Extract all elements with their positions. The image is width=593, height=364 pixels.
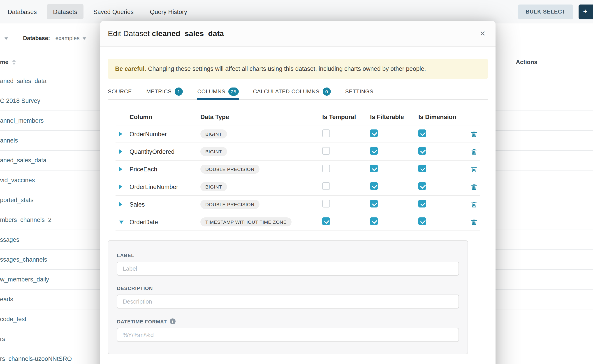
tab-columns[interactable]: COLUMNS 25 [198, 84, 239, 99]
expand-toggle[interactable] [116, 202, 126, 207]
is-temporal-checkbox[interactable] [322, 217, 330, 225]
label-input[interactable] [117, 262, 459, 276]
is-filterable-cell [370, 130, 418, 138]
actions-column-header: Actions [516, 59, 537, 65]
warning-text: Changing these settings will affect all … [148, 65, 426, 72]
is-filterable-checkbox[interactable] [370, 182, 378, 190]
expand-toggle[interactable] [116, 184, 126, 189]
tab-source[interactable]: SOURCE [108, 84, 132, 99]
is-temporal-checkbox[interactable] [322, 130, 330, 137]
dataset-name-link[interactable]: annels [0, 137, 18, 144]
is-filterable-checkbox[interactable] [370, 217, 378, 225]
is-dimension-checkbox[interactable] [418, 217, 426, 225]
column-detail-panel: LABEL DESCRIPTION DATETIME FORMAT i [108, 240, 468, 354]
column-data-type-cell: TIMESTAMP WITHOUT TIME ZONE [200, 217, 322, 227]
is-dimension-checkbox[interactable] [418, 182, 426, 190]
data-type-header: Data Type [200, 113, 322, 120]
dataset-name-link[interactable]: vid_vaccines [0, 177, 35, 184]
dataset-name-link[interactable]: mbers_channels_2 [0, 216, 52, 223]
datetime-format-input[interactable] [117, 328, 459, 342]
is-temporal-checkbox[interactable] [322, 200, 330, 208]
data-type-pill: BIGINT [200, 130, 227, 138]
is-filterable-checkbox[interactable] [370, 147, 378, 155]
delete-column-icon[interactable] [470, 166, 477, 173]
top-navigation: DatabasesDatasetsSaved QueriesQuery Hist… [0, 0, 593, 23]
caret-icon [119, 132, 122, 136]
dataset-name-link[interactable]: rs [0, 336, 5, 342]
database-filter-label: Database: [23, 35, 50, 41]
nav-item-databases[interactable]: Databases [1, 4, 43, 20]
sort-icon[interactable] [12, 59, 16, 65]
tab-settings[interactable]: SETTINGS [345, 84, 373, 99]
row-actions-cell [468, 148, 480, 155]
column-row: OrderDate TIMESTAMP WITHOUT TIME ZONE [116, 213, 480, 231]
is-temporal-checkbox[interactable] [322, 182, 330, 190]
column-name: QuantityOrdered [126, 148, 200, 155]
dataset-name-link[interactable]: ssages_channels [0, 256, 47, 263]
columns-table-header: Column Data Type Is Temporal Is Filterab… [116, 109, 480, 125]
is-filterable-checkbox[interactable] [370, 200, 378, 208]
is-dimension-checkbox[interactable] [418, 165, 426, 172]
is-dimension-checkbox[interactable] [418, 200, 426, 208]
bulk-select-button[interactable]: BULK SELECT [518, 4, 573, 19]
tab-calculated-columns[interactable]: CALCULATED COLUMNS 0 [253, 84, 330, 99]
is-temporal-checkbox[interactable] [322, 147, 330, 155]
delete-column-icon[interactable] [470, 219, 477, 225]
dataset-name-link[interactable]: C 2018 Survey [0, 98, 40, 104]
column-row: PriceEach DOUBLE PRECISION [116, 161, 480, 178]
column-name: OrderLineNumber [126, 183, 200, 190]
is-dimension-header: Is Dimension [418, 113, 468, 120]
dataset-name-link[interactable]: rs_channels-uzooNNtSRO [0, 355, 72, 362]
expand-toggle[interactable] [116, 167, 126, 171]
dataset-name-link[interactable]: code_test [0, 316, 26, 323]
is-filterable-cell [370, 182, 418, 191]
delete-column-icon[interactable] [470, 201, 477, 208]
is-temporal-header: Is Temporal [322, 113, 370, 120]
expand-toggle[interactable] [116, 132, 126, 136]
expand-toggle[interactable] [116, 149, 126, 154]
nav-item-saved-queries[interactable]: Saved Queries [87, 4, 140, 20]
name-column-header[interactable]: me [0, 59, 9, 65]
is-temporal-cell [322, 200, 370, 209]
dataset-name-link[interactable]: aned_sales_data [0, 157, 46, 164]
description-input[interactable] [117, 294, 459, 309]
column-name: OrderDate [126, 219, 200, 225]
dataset-name-link[interactable]: w_members_daily [0, 276, 49, 283]
is-temporal-cell [322, 182, 370, 191]
is-filterable-checkbox[interactable] [370, 165, 378, 172]
data-type-pill: BIGINT [200, 182, 227, 191]
is-dimension-cell [418, 217, 468, 227]
dataset-name-link[interactable]: annel_members [0, 117, 44, 124]
chevron-down-icon[interactable] [5, 37, 8, 39]
add-dataset-button[interactable]: + [579, 4, 593, 19]
column-data-type-cell: BIGINT [200, 182, 322, 191]
delete-column-icon[interactable] [470, 183, 477, 190]
is-dimension-checkbox[interactable] [418, 130, 426, 137]
dataset-name-link[interactable]: eads [0, 296, 13, 303]
dataset-name-link[interactable]: ported_stats [0, 197, 34, 203]
chevron-down-icon[interactable] [83, 37, 86, 39]
is-dimension-cell [418, 182, 468, 191]
datetime-format-field-group: DATETIME FORMAT i [117, 318, 459, 342]
is-filterable-checkbox[interactable] [370, 130, 378, 137]
data-type-pill: TIMESTAMP WITHOUT TIME ZONE [200, 217, 291, 227]
nav-item-datasets[interactable]: Datasets [47, 4, 84, 20]
tab-count-badge: 0 [323, 87, 331, 95]
is-temporal-checkbox[interactable] [322, 165, 330, 172]
is-temporal-cell [322, 165, 370, 174]
columns-table: Column Data Type Is Temporal Is Filterab… [116, 109, 480, 231]
delete-column-icon[interactable] [470, 130, 477, 137]
close-icon[interactable]: ✕ [480, 29, 486, 38]
column-header: Column [126, 113, 200, 120]
is-dimension-checkbox[interactable] [418, 147, 426, 155]
nav-item-query-history[interactable]: Query History [144, 4, 193, 20]
database-filter-value[interactable]: examples [55, 35, 80, 41]
dataset-name-link[interactable]: ssages [0, 236, 20, 243]
tab-metrics[interactable]: METRICS 1 [146, 84, 183, 99]
expand-toggle[interactable] [116, 220, 126, 223]
column-name: OrderNumber [126, 130, 200, 137]
info-icon[interactable]: i [170, 318, 175, 324]
delete-column-icon[interactable] [470, 148, 477, 155]
dataset-name-link[interactable]: aned_sales_data [0, 78, 46, 84]
is-dimension-cell [418, 130, 468, 138]
